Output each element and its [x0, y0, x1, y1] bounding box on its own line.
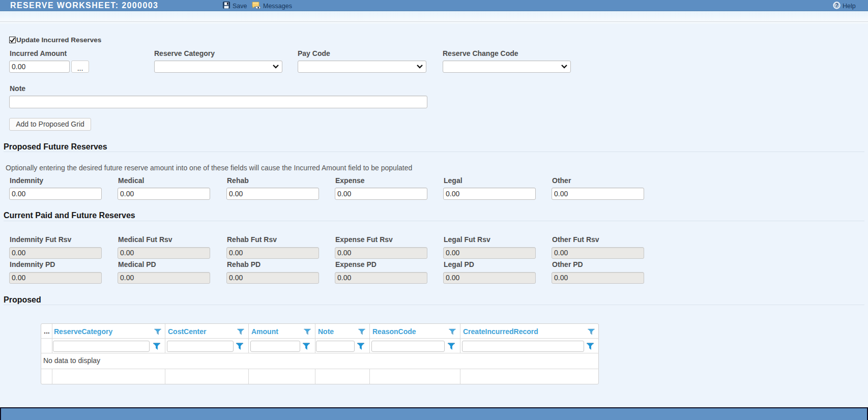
svg-text:?: ? [835, 3, 838, 8]
